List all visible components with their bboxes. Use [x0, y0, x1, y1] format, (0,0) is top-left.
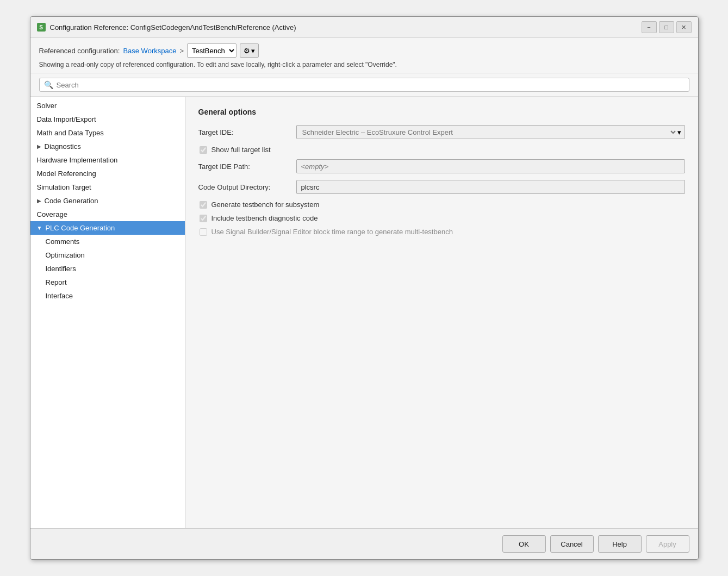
info-text: Showing a read-only copy of referenced c…	[39, 61, 689, 68]
comments-label: Comments	[46, 237, 80, 246]
show-full-target-list-row: Show full target list	[198, 146, 685, 154]
include-diagnostic-checkbox[interactable]	[200, 215, 207, 222]
search-icon: 🔍	[44, 80, 53, 89]
sidebar-item-solver[interactable]: Solver	[30, 99, 185, 112]
close-button[interactable]: ✕	[676, 21, 692, 33]
target-ide-dropdown-arrow: ▾	[677, 128, 681, 136]
target-ide-path-row: Target IDE Path:	[198, 159, 685, 173]
use-signal-builder-label: Use Signal Builder/Signal Editor block t…	[211, 228, 453, 236]
code-output-dir-row: Code Output Directory:	[198, 180, 685, 194]
close-icon: ✕	[681, 24, 686, 31]
gen-testbench-row: Generate testbench for subsystem	[198, 201, 685, 209]
report-label: Report	[46, 278, 67, 286]
arrow-separator: >	[179, 47, 184, 55]
sidebar-item-interface[interactable]: Interface	[30, 289, 185, 303]
sidebar-item-hardware-impl[interactable]: Hardware Implementation	[30, 153, 185, 167]
gen-testbench-checkbox[interactable]	[200, 201, 207, 209]
sidebar-item-model-referencing[interactable]: Model Referencing	[30, 167, 185, 180]
bottom-bar: OK Cancel Help Apply	[30, 528, 698, 559]
math-data-types-label: Math and Data Types	[37, 129, 104, 137]
target-ide-control: Schneider Electric – EcoStruxure Control…	[296, 125, 685, 139]
ref-config-label: Referenced configuration:	[39, 47, 120, 55]
use-signal-builder-checkbox[interactable]	[200, 228, 207, 236]
apply-button[interactable]: Apply	[646, 535, 689, 553]
simulation-target-label: Simulation Target	[37, 183, 91, 191]
coverage-label: Coverage	[37, 210, 67, 218]
base-workspace-link[interactable]: Base Workspace	[123, 47, 176, 55]
sidebar-item-code-generation[interactable]: ▶ Code Generation	[30, 194, 185, 208]
search-input[interactable]	[57, 81, 685, 89]
ok-button[interactable]: OK	[502, 535, 546, 553]
sidebar-item-coverage[interactable]: Coverage	[30, 208, 185, 221]
sidebar-item-data-import-export[interactable]: Data Import/Export	[30, 112, 185, 126]
code-output-dir-label: Code Output Directory:	[198, 183, 296, 191]
include-diagnostic-row: Include testbench diagnostic code	[198, 214, 685, 222]
code-gen-label: Code Generation	[45, 197, 98, 205]
diagnostics-label: Diagnostics	[45, 142, 81, 151]
workspace-dropdown[interactable]: TestBench	[187, 43, 237, 58]
gear-button[interactable]: ⚙ ▾	[240, 43, 259, 58]
sidebar-item-simulation-target[interactable]: Simulation Target	[30, 180, 185, 194]
show-full-target-list-checkbox[interactable]	[200, 146, 207, 154]
diagnostics-expand-icon: ▶	[37, 143, 41, 149]
sidebar-item-plc-code-gen[interactable]: ▼ PLC Code Generation	[30, 221, 185, 235]
sidebar: Solver Data Import/Export Math and Data …	[30, 97, 185, 528]
optimization-label: Optimization	[46, 251, 85, 259]
window-title: Configuration Reference: ConfigSetCodege…	[50, 23, 296, 32]
search-input-wrap: 🔍	[39, 78, 689, 92]
ref-config-row: Referenced configuration: Base Workspace…	[39, 43, 689, 58]
model-referencing-label: Model Referencing	[37, 170, 96, 178]
sidebar-item-math-data-types[interactable]: Math and Data Types	[30, 126, 185, 140]
target-ide-select-wrap[interactable]: Schneider Electric – EcoStruxure Control…	[296, 125, 685, 139]
gear-dropdown-arrow: ▾	[251, 47, 255, 55]
search-bar: 🔍	[30, 73, 698, 97]
include-diagnostic-label: Include testbench diagnostic code	[211, 214, 318, 222]
identifiers-label: Identifiers	[46, 265, 76, 273]
target-ide-path-input[interactable]	[296, 159, 685, 173]
section-title: General options	[198, 108, 685, 116]
target-ide-row: Target IDE: Schneider Electric – EcoStru…	[198, 125, 685, 139]
target-ide-select[interactable]: Schneider Electric – EcoStruxure Control…	[300, 128, 677, 137]
content-area: Solver Data Import/Export Math and Data …	[30, 97, 698, 528]
hardware-impl-label: Hardware Implementation	[37, 156, 118, 164]
code-gen-expand-icon: ▶	[37, 198, 41, 204]
target-ide-label: Target IDE:	[198, 128, 296, 136]
title-bar-left: S Configuration Reference: ConfigSetCode…	[37, 23, 296, 32]
sidebar-item-identifiers[interactable]: Identifiers	[30, 262, 185, 276]
gen-testbench-label: Generate testbench for subsystem	[211, 201, 320, 209]
sidebar-item-comments[interactable]: Comments	[30, 235, 185, 248]
sidebar-item-report[interactable]: Report	[30, 276, 185, 289]
plc-code-gen-label: PLC Code Generation	[45, 224, 115, 232]
header-area: Referenced configuration: Base Workspace…	[30, 38, 698, 73]
main-panel: General options Target IDE: Schneider El…	[185, 97, 698, 528]
cancel-button[interactable]: Cancel	[550, 535, 594, 553]
title-bar: S Configuration Reference: ConfigSetCode…	[30, 17, 698, 38]
gear-icon: ⚙	[244, 47, 250, 55]
app-icon: S	[37, 23, 46, 32]
minimize-icon: −	[647, 24, 650, 30]
sidebar-item-diagnostics[interactable]: ▶ Diagnostics	[30, 140, 185, 153]
target-ide-path-control	[296, 159, 685, 173]
interface-label: Interface	[46, 292, 73, 300]
code-output-dir-control	[296, 180, 685, 194]
maximize-icon: □	[664, 24, 668, 30]
main-window: S Configuration Reference: ConfigSetCode…	[30, 16, 699, 560]
maximize-button[interactable]: □	[659, 21, 674, 33]
sidebar-item-optimization[interactable]: Optimization	[30, 248, 185, 262]
use-signal-builder-row: Use Signal Builder/Signal Editor block t…	[198, 228, 685, 236]
show-full-target-list-label: Show full target list	[211, 146, 271, 154]
code-output-dir-input[interactable]	[296, 180, 685, 194]
target-ide-path-label: Target IDE Path:	[198, 162, 296, 171]
solver-label: Solver	[37, 102, 57, 110]
window-controls: − □ ✕	[642, 21, 692, 33]
data-import-export-label: Data Import/Export	[37, 115, 96, 123]
plc-code-gen-expand-icon: ▼	[37, 225, 42, 231]
workspace-select[interactable]: TestBench	[188, 44, 236, 57]
minimize-button[interactable]: −	[642, 21, 657, 33]
help-button[interactable]: Help	[598, 535, 642, 553]
